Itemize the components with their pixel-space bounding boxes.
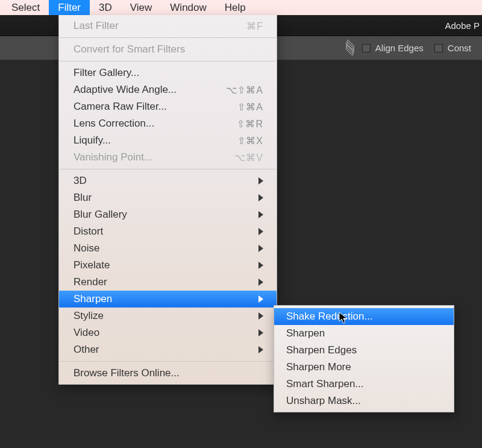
menu-label: Browse Filters Online... (74, 367, 263, 379)
shortcut-label: ⌘F (222, 21, 263, 32)
shortcut-label: ⇧⌘A (222, 101, 263, 113)
submenu-arrow-icon (258, 312, 263, 320)
menu-separator (60, 37, 276, 38)
menu-item-browse-filters-online[interactable]: Browse Filters Online... (59, 365, 277, 382)
menu-item-pixelate-submenu[interactable]: Pixelate (59, 257, 277, 274)
menu-item-liquify[interactable]: Liquify... ⇧⌘X (59, 132, 277, 149)
menu-label: Shake Reduction... (286, 311, 442, 323)
sharpen-submenu: Shake Reduction... Sharpen Sharpen Edges… (274, 305, 454, 412)
menu-label: Camera Raw Filter... (74, 101, 222, 113)
menu-item-3d-submenu[interactable]: 3D (59, 172, 277, 189)
menu-item-stylize-submenu[interactable]: Stylize (59, 308, 277, 324)
align-edges-checkbox[interactable] (362, 44, 371, 52)
constrain-option[interactable]: Const (434, 43, 471, 53)
menu-item-filter-gallery[interactable]: Filter Gallery... (59, 65, 277, 81)
app-title: Adobe P (445, 21, 480, 31)
menu-label: Filter Gallery... (74, 67, 263, 79)
menu-separator (60, 169, 276, 169)
menu-label: Other (74, 344, 252, 356)
layers-align-icon[interactable] (339, 37, 362, 60)
menubar-item-3d[interactable]: 3D (90, 0, 121, 16)
menu-item-noise-submenu[interactable]: Noise (59, 240, 277, 257)
shortcut-label: ⇧⌘X (222, 135, 263, 147)
menu-label: Distort (74, 226, 252, 238)
submenu-item-sharpen-edges[interactable]: Sharpen Edges (274, 342, 454, 359)
constrain-checkbox[interactable] (434, 44, 443, 52)
menu-label: Sharpen (286, 327, 442, 339)
menu-label: Render (74, 276, 252, 288)
menubar-item-select[interactable]: Select (2, 0, 49, 16)
menu-label: Pixelate (74, 259, 252, 271)
menubar: Select Filter 3D View Window Help (0, 0, 482, 15)
menu-label: Convert for Smart Filters (74, 43, 263, 55)
constrain-label: Const (448, 43, 471, 53)
menu-label: Blur Gallery (74, 209, 252, 221)
shortcut-label: ⇧⌘R (222, 118, 263, 130)
menubar-item-window[interactable]: Window (161, 0, 215, 16)
submenu-item-sharpen-more[interactable]: Sharpen More (274, 359, 454, 376)
menu-label: Blur (74, 192, 252, 204)
menu-label: Stylize (74, 310, 252, 322)
menu-label: Lens Correction... (74, 118, 222, 130)
menubar-item-filter[interactable]: Filter (49, 0, 90, 16)
submenu-arrow-icon (258, 262, 263, 269)
menu-item-convert-smart-filters: Convert for Smart Filters (59, 41, 277, 58)
menu-label: Video (74, 327, 252, 339)
shortcut-label: ⌥⌘V (222, 152, 263, 163)
filter-menu: Last Filter ⌘F Convert for Smart Filters… (58, 15, 277, 385)
menu-separator (60, 61, 276, 62)
menubar-item-help[interactable]: Help (216, 0, 255, 16)
menu-item-video-submenu[interactable]: Video (59, 324, 277, 341)
menubar-item-view[interactable]: View (121, 0, 161, 16)
align-edges-label: Align Edges (375, 43, 424, 53)
shortcut-label: ⌥⇧⌘A (222, 84, 263, 96)
menu-item-last-filter: Last Filter ⌘F (59, 17, 277, 34)
menu-item-render-submenu[interactable]: Render (59, 274, 277, 291)
submenu-arrow-icon (258, 228, 263, 235)
menu-label: Sharpen More (286, 361, 442, 373)
menu-label: Noise (74, 242, 252, 254)
submenu-item-unsharp-mask[interactable]: Unsharp Mask... (274, 393, 454, 409)
menu-label: 3D (74, 175, 252, 187)
menu-item-blur-gallery-submenu[interactable]: Blur Gallery (59, 206, 277, 223)
menu-item-other-submenu[interactable]: Other (59, 341, 277, 358)
menu-item-sharpen-submenu[interactable]: Sharpen (59, 291, 277, 308)
menu-item-lens-correction[interactable]: Lens Correction... ⇧⌘R (59, 115, 277, 132)
menu-separator (60, 361, 276, 362)
submenu-item-sharpen[interactable]: Sharpen (274, 325, 454, 342)
menu-label: Liquify... (74, 134, 222, 147)
tool-preset-slot[interactable] (0, 37, 23, 60)
menu-label: Smart Sharpen... (286, 378, 442, 390)
submenu-arrow-icon (258, 329, 263, 336)
submenu-arrow-icon (258, 194, 263, 201)
align-edges-option[interactable]: Align Edges (362, 43, 424, 53)
menu-label: Last Filter (74, 20, 222, 32)
submenu-arrow-icon (258, 279, 263, 286)
submenu-item-shake-reduction[interactable]: Shake Reduction... (274, 308, 454, 325)
submenu-arrow-icon (258, 346, 263, 353)
menu-label: Sharpen (74, 293, 252, 305)
submenu-item-smart-sharpen[interactable]: Smart Sharpen... (274, 376, 454, 393)
menu-item-camera-raw-filter[interactable]: Camera Raw Filter... ⇧⌘A (59, 98, 277, 115)
menu-label: Vanishing Point... (74, 151, 222, 163)
menu-item-distort-submenu[interactable]: Distort (59, 223, 277, 240)
menu-item-blur-submenu[interactable]: Blur (59, 189, 277, 206)
menu-label: Adaptive Wide Angle... (74, 84, 222, 96)
submenu-arrow-icon (258, 177, 263, 185)
submenu-arrow-icon (258, 295, 263, 303)
menu-label: Unsharp Mask... (286, 395, 442, 407)
menu-item-vanishing-point: Vanishing Point... ⌥⌘V (59, 149, 277, 166)
menu-item-adaptive-wide-angle[interactable]: Adaptive Wide Angle... ⌥⇧⌘A (59, 81, 277, 98)
submenu-arrow-icon (258, 211, 263, 218)
submenu-arrow-icon (258, 245, 263, 252)
menu-label: Sharpen Edges (286, 344, 442, 356)
